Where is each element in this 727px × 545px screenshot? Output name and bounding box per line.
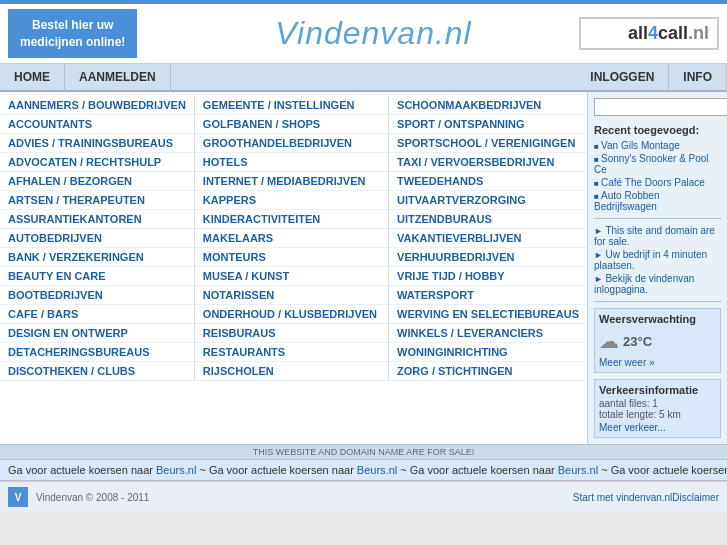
category-item[interactable]: ADVIES / TRAININGSBUREAUS xyxy=(0,134,194,153)
category-item[interactable]: ARTSEN / THERAPEUTEN xyxy=(0,191,194,210)
category-item[interactable]: VERHUURBEDRIJVEN xyxy=(389,248,587,267)
promo-link[interactable]: This site and domain are for sale. xyxy=(594,225,721,247)
category-item[interactable]: ACCOUNTANTS xyxy=(0,115,194,134)
nav-inloggen[interactable]: INLOGGEN xyxy=(576,63,669,91)
promo-links: This site and domain are for sale.Uw bed… xyxy=(594,225,721,295)
category-item[interactable]: MAKELAARS xyxy=(195,229,388,248)
category-item[interactable]: REISBURAUS xyxy=(195,324,388,343)
footer-logo: V xyxy=(8,487,28,507)
sidebar: Vinden Recent toegevoegd: Van Gils Monta… xyxy=(587,92,727,444)
category-item[interactable]: VAKANTIEVERBLIJVEN xyxy=(389,229,587,248)
ticker-link-1[interactable]: Beurs.nl xyxy=(156,464,196,476)
ticker-link-3[interactable]: Beurs.nl xyxy=(558,464,598,476)
header-right: all4call.nl xyxy=(579,17,719,50)
header-center: Vindenvan.nl xyxy=(168,15,579,52)
category-item[interactable]: ZORG / STICHTINGEN xyxy=(389,362,587,381)
category-col-3: SCHOONMAAKBEDRIJVENSPORT / ONTSPANNINGSP… xyxy=(389,96,587,381)
category-item[interactable]: GROOTHANDELBEDRIJVEN xyxy=(195,134,388,153)
category-item[interactable]: TWEEDEHANDS xyxy=(389,172,587,191)
sale-notice: THIS WEBSITE AND DOMAIN NAME ARE FOR SAL… xyxy=(0,444,727,459)
category-item[interactable]: SPORTSCHOOL / VERENIGINGEN xyxy=(389,134,587,153)
ticker: Ga voor actuele koersen naar Beurs.nl ~ … xyxy=(0,459,727,481)
bestel-button[interactable]: Bestel hier uwmedicijnen online! xyxy=(8,9,137,59)
category-item[interactable]: VRIJE TIJD / HOBBY xyxy=(389,267,587,286)
ticker-link-2[interactable]: Beurs.nl xyxy=(357,464,397,476)
category-item[interactable]: SPORT / ONTSPANNING xyxy=(389,115,587,134)
search-input[interactable] xyxy=(594,98,727,116)
category-item[interactable]: INTERNET / MEDIABEDRIJVEN xyxy=(195,172,388,191)
promo-link[interactable]: Bekijk de vindenvan inlogpagina. xyxy=(594,273,721,295)
category-grid: AANNEMERS / BOUWBEDRIJVENACCOUNTANTSADVI… xyxy=(0,96,587,381)
category-item[interactable]: RIJSCHOLEN xyxy=(195,362,388,381)
category-item[interactable]: DETACHERINGSBUREAUS xyxy=(0,343,194,362)
category-item[interactable]: ONDERHOUD / KLUSBEDRIJVEN xyxy=(195,305,388,324)
recent-title: Recent toegevoegd: xyxy=(594,124,721,136)
footer-disclaimer-link[interactable]: Disclaimer xyxy=(672,492,719,503)
category-item[interactable]: TAXI / VERVOERSBEDRIJVEN xyxy=(389,153,587,172)
category-item[interactable]: WERVING EN SELECTIEBUREAUS xyxy=(389,305,587,324)
category-item[interactable]: ASSURANTIEKANTOREN xyxy=(0,210,194,229)
category-item[interactable]: HOTELS xyxy=(195,153,388,172)
category-item[interactable]: NOTARISSEN xyxy=(195,286,388,305)
category-item[interactable]: MONTEURS xyxy=(195,248,388,267)
footer-start-link[interactable]: Start met vindenvan.nl xyxy=(573,492,673,503)
header-left: Bestel hier uwmedicijnen online! xyxy=(8,9,168,59)
category-item[interactable]: RESTAURANTS xyxy=(195,343,388,362)
verkeer-more-link[interactable]: Meer verkeer... xyxy=(599,422,716,433)
verkeer-files: aantal files: 1 xyxy=(599,398,716,409)
category-item[interactable]: WINKELS / LEVERANCIERS xyxy=(389,324,587,343)
nav-aanmelden[interactable]: AANMELDEN xyxy=(65,63,171,91)
divider-1 xyxy=(594,218,721,219)
verkeer-title: Verkeersinformatie xyxy=(599,384,716,396)
weather-more-link[interactable]: Meer weer » xyxy=(599,357,716,368)
footer: V Vindenvan © 2008 - 2011 Start met vind… xyxy=(0,481,727,512)
category-item[interactable]: ADVOCATEN / RECHTSHULP xyxy=(0,153,194,172)
nav-home[interactable]: HOME xyxy=(0,63,65,91)
category-item[interactable]: AFHALEN / BEZORGEN xyxy=(0,172,194,191)
category-item[interactable]: KINDERACTIVITEITEN xyxy=(195,210,388,229)
ticker-text-2: ~ Ga voor actuele koersen naar xyxy=(196,464,357,476)
cloud-icon: ☁ xyxy=(599,329,619,353)
verkeer-box: Verkeersinformatie aantal files: 1 total… xyxy=(594,379,721,438)
promo-link[interactable]: Uw bedrijf in 4 minuten plaatsen. xyxy=(594,249,721,271)
weather-content: ☁ 23°C xyxy=(599,329,716,353)
category-item[interactable]: BEAUTY EN CARE xyxy=(0,267,194,286)
category-item[interactable]: AANNEMERS / BOUWBEDRIJVEN xyxy=(0,96,194,115)
category-item[interactable]: WATERSPORT xyxy=(389,286,587,305)
nav-info[interactable]: INFO xyxy=(669,63,727,91)
all4call-logo: all4call.nl xyxy=(579,17,719,50)
category-item[interactable]: BANK / VERZEKERINGEN xyxy=(0,248,194,267)
ticker-text-3: ~ Ga voor actuele koersen naar xyxy=(397,464,558,476)
ticker-text-1: Ga voor actuele koersen naar xyxy=(8,464,156,476)
category-item[interactable]: GEMEENTE / INSTELLINGEN xyxy=(195,96,388,115)
search-row: Vinden xyxy=(594,98,721,116)
category-item[interactable]: UITVAARTVERZORGING xyxy=(389,191,587,210)
category-item[interactable]: MUSEA / KUNST xyxy=(195,267,388,286)
category-item[interactable]: KAPPERS xyxy=(195,191,388,210)
divider-2 xyxy=(594,301,721,302)
category-item[interactable]: CAFE / BARS xyxy=(0,305,194,324)
category-item[interactable]: DISCOTHEKEN / CLUBS xyxy=(0,362,194,381)
weather-temp: 23°C xyxy=(623,334,652,349)
category-item[interactable]: DESIGN EN ONTWERP xyxy=(0,324,194,343)
category-item[interactable]: SCHOONMAAKBEDRIJVEN xyxy=(389,96,587,115)
category-col-1: AANNEMERS / BOUWBEDRIJVENACCOUNTANTSADVI… xyxy=(0,96,195,381)
category-item[interactable]: WONINGINRICHTING xyxy=(389,343,587,362)
recent-link[interactable]: Sonny's Snooker & Pool Ce xyxy=(594,153,721,175)
verkeer-lengte: totale lengte: 5 km xyxy=(599,409,716,420)
category-item[interactable]: BOOTBEDRIJVEN xyxy=(0,286,194,305)
category-item[interactable]: GOLFBANEN / SHOPS xyxy=(195,115,388,134)
recent-link[interactable]: Café The Doors Palace xyxy=(594,177,721,188)
weather-title: Weersverwachting xyxy=(599,313,716,325)
footer-copy: Vindenvan © 2008 - 2011 xyxy=(36,492,573,503)
main-content: AANNEMERS / BOUWBEDRIJVENACCOUNTANTSADVI… xyxy=(0,92,727,444)
category-item[interactable]: UITZENDBURAUS xyxy=(389,210,587,229)
categories-section: AANNEMERS / BOUWBEDRIJVENACCOUNTANTSADVI… xyxy=(0,92,587,444)
ticker-text-4: ~ Ga voor actuele koersen naar xyxy=(598,464,727,476)
recent-link[interactable]: Van Gils Montage xyxy=(594,140,721,151)
recent-links: Van Gils MontageSonny's Snooker & Pool C… xyxy=(594,140,721,212)
weather-box: Weersverwachting ☁ 23°C Meer weer » xyxy=(594,308,721,373)
category-item[interactable]: AUTOBEDRIJVEN xyxy=(0,229,194,248)
site-title: Vindenvan.nl xyxy=(275,15,471,51)
recent-link[interactable]: Auto Robben Bedrijfswagen xyxy=(594,190,721,212)
